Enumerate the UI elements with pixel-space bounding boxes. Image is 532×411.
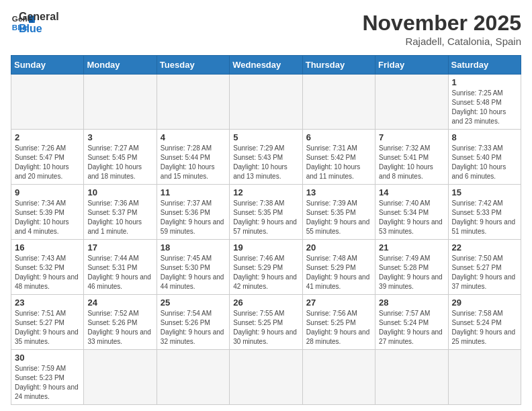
- calendar-cell: 25Sunrise: 7:54 AM Sunset: 5:26 PM Dayli…: [157, 295, 229, 350]
- day-info: Sunrise: 7:49 AM Sunset: 5:28 PM Dayligh…: [379, 254, 444, 291]
- calendar-cell: 10Sunrise: 7:36 AM Sunset: 5:37 PM Dayli…: [84, 185, 157, 240]
- header-friday: Friday: [375, 56, 448, 75]
- calendar-cell: 6Sunrise: 7:31 AM Sunset: 5:42 PM Daylig…: [302, 130, 375, 185]
- day-info: Sunrise: 7:25 AM Sunset: 5:48 PM Dayligh…: [452, 89, 517, 126]
- calendar-cell: [448, 350, 521, 405]
- calendar-subtitle: Rajadell, Catalonia, Spain: [362, 36, 521, 47]
- calendar-table: Sunday Monday Tuesday Wednesday Thursday…: [11, 55, 521, 405]
- calendar-cell: 7Sunrise: 7:32 AM Sunset: 5:41 PM Daylig…: [375, 130, 448, 185]
- day-info: Sunrise: 7:50 AM Sunset: 5:27 PM Dayligh…: [452, 254, 517, 291]
- calendar-cell: 13Sunrise: 7:39 AM Sunset: 5:35 PM Dayli…: [302, 185, 375, 240]
- day-number: 21: [379, 242, 444, 253]
- day-info: Sunrise: 7:43 AM Sunset: 5:32 PM Dayligh…: [15, 254, 80, 291]
- calendar-cell: 21Sunrise: 7:49 AM Sunset: 5:28 PM Dayli…: [375, 240, 448, 295]
- calendar-cell: 30Sunrise: 7:59 AM Sunset: 5:23 PM Dayli…: [11, 350, 84, 405]
- calendar-cell: 29Sunrise: 7:58 AM Sunset: 5:24 PM Dayli…: [448, 295, 521, 350]
- day-number: 8: [452, 132, 517, 142]
- day-number: 5: [233, 132, 298, 142]
- calendar-cell: 9Sunrise: 7:34 AM Sunset: 5:39 PM Daylig…: [11, 185, 84, 240]
- day-info: Sunrise: 7:42 AM Sunset: 5:33 PM Dayligh…: [452, 199, 517, 236]
- calendar-week-3: 9Sunrise: 7:34 AM Sunset: 5:39 PM Daylig…: [11, 185, 521, 240]
- day-number: 14: [379, 187, 444, 197]
- calendar-cell: 2Sunrise: 7:26 AM Sunset: 5:47 PM Daylig…: [11, 130, 84, 185]
- day-number: 19: [233, 242, 298, 253]
- day-info: Sunrise: 7:44 AM Sunset: 5:31 PM Dayligh…: [87, 254, 152, 291]
- day-number: 23: [15, 298, 80, 308]
- day-info: Sunrise: 7:32 AM Sunset: 5:41 PM Dayligh…: [379, 144, 444, 181]
- day-number: 11: [161, 187, 226, 197]
- header-wednesday: Wednesday: [230, 56, 302, 75]
- day-info: Sunrise: 7:48 AM Sunset: 5:29 PM Dayligh…: [306, 254, 371, 291]
- day-number: 7: [379, 132, 444, 142]
- calendar-cell: [375, 75, 448, 130]
- calendar-week-6: 30Sunrise: 7:59 AM Sunset: 5:23 PM Dayli…: [11, 350, 521, 405]
- calendar-cell: 11Sunrise: 7:37 AM Sunset: 5:36 PM Dayli…: [157, 185, 229, 240]
- calendar-cell: [375, 350, 448, 405]
- day-number: 25: [161, 298, 226, 308]
- title-area: November 2025 Rajadell, Catalonia, Spain: [362, 11, 521, 47]
- calendar-cell: 16Sunrise: 7:43 AM Sunset: 5:32 PM Dayli…: [11, 240, 84, 295]
- calendar-cell: 17Sunrise: 7:44 AM Sunset: 5:31 PM Dayli…: [84, 240, 157, 295]
- day-number: 6: [306, 132, 371, 142]
- day-info: Sunrise: 7:39 AM Sunset: 5:35 PM Dayligh…: [306, 199, 371, 236]
- header-tuesday: Tuesday: [157, 56, 229, 75]
- calendar-cell: 15Sunrise: 7:42 AM Sunset: 5:33 PM Dayli…: [448, 185, 521, 240]
- day-number: 16: [15, 242, 80, 253]
- calendar-cell: 19Sunrise: 7:46 AM Sunset: 5:29 PM Dayli…: [230, 240, 302, 295]
- calendar-cell: [302, 75, 375, 130]
- calendar-body: 1Sunrise: 7:25 AM Sunset: 5:48 PM Daylig…: [11, 75, 521, 405]
- calendar-cell: 27Sunrise: 7:56 AM Sunset: 5:25 PM Dayli…: [302, 295, 375, 350]
- calendar-cell: [230, 350, 302, 405]
- calendar-cell: 5Sunrise: 7:29 AM Sunset: 5:43 PM Daylig…: [230, 130, 302, 185]
- logo: General Blue General Blue: [11, 11, 59, 36]
- calendar-cell: 12Sunrise: 7:38 AM Sunset: 5:35 PM Dayli…: [230, 185, 302, 240]
- calendar-title: November 2025: [362, 11, 521, 36]
- day-number: 28: [379, 298, 444, 308]
- day-number: 17: [87, 242, 152, 253]
- day-info: Sunrise: 7:36 AM Sunset: 5:37 PM Dayligh…: [87, 199, 152, 236]
- header: General Blue General Blue November 2025 …: [11, 11, 521, 47]
- calendar-week-5: 23Sunrise: 7:51 AM Sunset: 5:27 PM Dayli…: [11, 295, 521, 350]
- logo-line2: Blue: [19, 23, 59, 35]
- calendar-cell: 28Sunrise: 7:57 AM Sunset: 5:24 PM Dayli…: [375, 295, 448, 350]
- calendar-cell: 20Sunrise: 7:48 AM Sunset: 5:29 PM Dayli…: [302, 240, 375, 295]
- calendar-cell: [11, 75, 84, 130]
- calendar-week-2: 2Sunrise: 7:26 AM Sunset: 5:47 PM Daylig…: [11, 130, 521, 185]
- day-number: 30: [15, 353, 80, 363]
- header-thursday: Thursday: [302, 56, 375, 75]
- calendar-cell: 14Sunrise: 7:40 AM Sunset: 5:34 PM Dayli…: [375, 185, 448, 240]
- calendar-cell: [157, 350, 229, 405]
- day-number: 26: [233, 298, 298, 308]
- header-monday: Monday: [84, 56, 157, 75]
- day-number: 22: [452, 242, 517, 253]
- day-info: Sunrise: 7:46 AM Sunset: 5:29 PM Dayligh…: [233, 254, 298, 291]
- header-saturday: Saturday: [448, 56, 521, 75]
- calendar-cell: [230, 75, 302, 130]
- day-info: Sunrise: 7:31 AM Sunset: 5:42 PM Dayligh…: [306, 144, 371, 181]
- calendar-cell: 8Sunrise: 7:33 AM Sunset: 5:40 PM Daylig…: [448, 130, 521, 185]
- calendar-cell: 3Sunrise: 7:27 AM Sunset: 5:45 PM Daylig…: [84, 130, 157, 185]
- day-info: Sunrise: 7:52 AM Sunset: 5:26 PM Dayligh…: [87, 309, 152, 347]
- day-info: Sunrise: 7:38 AM Sunset: 5:35 PM Dayligh…: [233, 199, 298, 236]
- day-number: 20: [306, 242, 371, 253]
- calendar-cell: [157, 75, 229, 130]
- day-info: Sunrise: 7:33 AM Sunset: 5:40 PM Dayligh…: [452, 144, 517, 181]
- day-number: 9: [15, 187, 80, 197]
- day-number: 10: [87, 187, 152, 197]
- day-number: 12: [233, 187, 298, 197]
- day-number: 29: [452, 298, 517, 308]
- calendar-header: Sunday Monday Tuesday Wednesday Thursday…: [11, 56, 521, 75]
- day-info: Sunrise: 7:27 AM Sunset: 5:45 PM Dayligh…: [87, 144, 152, 181]
- day-number: 2: [15, 132, 80, 142]
- day-number: 13: [306, 187, 371, 197]
- logo-line1: General: [19, 11, 59, 23]
- day-number: 4: [161, 132, 226, 142]
- day-info: Sunrise: 7:34 AM Sunset: 5:39 PM Dayligh…: [15, 199, 80, 236]
- day-info: Sunrise: 7:54 AM Sunset: 5:26 PM Dayligh…: [161, 309, 226, 347]
- day-info: Sunrise: 7:58 AM Sunset: 5:24 PM Dayligh…: [452, 309, 517, 347]
- day-info: Sunrise: 7:59 AM Sunset: 5:23 PM Dayligh…: [15, 364, 80, 402]
- calendar-week-4: 16Sunrise: 7:43 AM Sunset: 5:32 PM Dayli…: [11, 240, 521, 295]
- calendar-cell: [84, 350, 157, 405]
- calendar-cell: [84, 75, 157, 130]
- day-number: 18: [161, 242, 226, 253]
